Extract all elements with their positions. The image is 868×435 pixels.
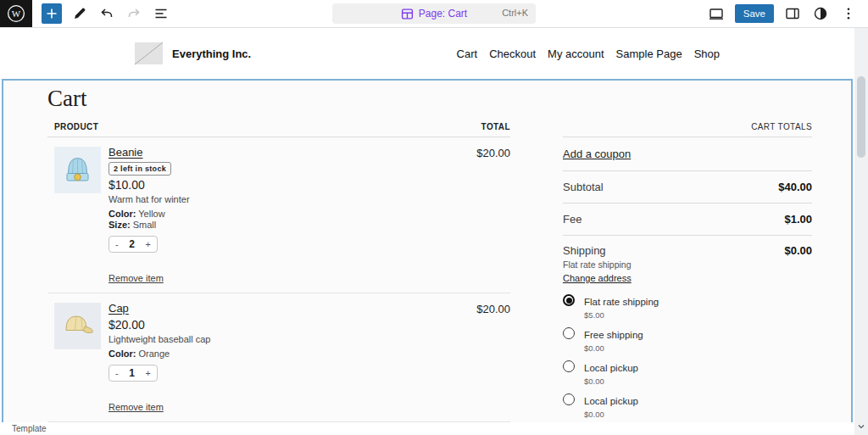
shipping-option-label: Local pickup (584, 396, 638, 406)
shipping-section: Shipping $0.00 Flat rate shipping Change… (563, 236, 812, 428)
pencil-icon (71, 5, 88, 22)
document-bar[interactable]: Page: Cart Ctrl+K (332, 3, 536, 24)
item-attributes: Color: Orange (108, 349, 476, 360)
total-column-header: Total (481, 122, 510, 131)
change-address-link[interactable]: Change address (563, 273, 632, 283)
attr-value: Small (133, 220, 157, 230)
cart-item-cap: Cap $20.00 Lightweight baseball cap Colo… (47, 293, 510, 422)
stock-badge: 2 left in stock (108, 162, 171, 176)
cap-image (54, 303, 101, 349)
preview-button[interactable] (704, 1, 729, 26)
wordpress-logo[interactable]: W (0, 0, 32, 27)
add-coupon-link[interactable]: Add a coupon (563, 148, 631, 160)
options-menu-button[interactable] (836, 1, 861, 26)
remove-item-link[interactable]: Remove item (108, 402, 164, 412)
site-title[interactable]: Everything Inc. (172, 47, 251, 60)
quantity-decrease-button[interactable]: - (115, 368, 119, 378)
attr-label: Color: (108, 209, 136, 219)
kebab-menu-icon (840, 5, 857, 22)
quantity-value[interactable]: 1 (129, 367, 135, 379)
settings-sidebar-button[interactable] (780, 1, 805, 26)
shipping-option-price: $5.00 (584, 310, 659, 320)
item-attributes: Color: Yellow Size: Small (108, 209, 476, 231)
attr-value: Orange (138, 349, 170, 359)
cart-item-beanie: Beanie 2 left in stock $10.00 Warm hat f… (47, 137, 510, 293)
nav-item-shop[interactable]: Shop (694, 47, 720, 60)
cart-table-header: Product Total (47, 122, 510, 137)
document-title: Page: Cart (419, 8, 467, 20)
quantity-decrease-button[interactable]: - (115, 239, 119, 249)
item-description: Warm hat for winter (108, 194, 476, 204)
item-price: $10.00 (108, 178, 476, 192)
quantity-stepper: - 1 + (108, 365, 158, 382)
cart-totals-panel: Cart totals Add a coupon Subtotal $40.00… (563, 122, 812, 435)
list-view-button[interactable] (148, 1, 174, 26)
block-inserter-button[interactable] (42, 3, 62, 24)
shipping-option-label: Flat rate shipping (584, 297, 659, 307)
fee-row: Fee $1.00 (563, 204, 812, 236)
shipping-option-price: $0.00 (584, 343, 643, 353)
styles-button[interactable] (808, 1, 833, 26)
save-button[interactable]: Save (735, 4, 774, 23)
list-view-icon (153, 5, 170, 22)
remove-item-link[interactable]: Remove item (108, 273, 164, 283)
beanie-product-image[interactable] (54, 147, 101, 193)
quantity-increase-button[interactable]: + (146, 368, 151, 378)
item-line-total: $20.00 (476, 303, 510, 414)
item-description: Lightweight baseball cap (108, 334, 476, 344)
device-preview-icon (708, 5, 725, 22)
breadcrumb[interactable]: Template (0, 424, 47, 433)
product-column-header: Product (54, 122, 98, 131)
subtotal-label: Subtotal (563, 181, 604, 193)
nav-item-sample-page[interactable]: Sample Page (616, 47, 682, 60)
shipping-option-flat-rate[interactable]: Flat rate shipping $5.00 (563, 293, 812, 320)
site-logo-placeholder[interactable] (135, 42, 163, 64)
attr-label: Size: (108, 220, 131, 230)
page-icon (401, 8, 414, 20)
fee-label: Fee (563, 213, 581, 226)
redo-icon (125, 5, 142, 22)
command-shortcut: Ctrl+K (502, 8, 528, 18)
nav-item-checkout[interactable]: Checkout (489, 47, 536, 60)
quantity-increase-button[interactable]: + (146, 239, 151, 249)
tools-button[interactable] (67, 1, 92, 26)
radio-button[interactable] (563, 360, 575, 372)
site-header: Everything Inc. Cart Checkout My account… (0, 28, 854, 79)
scroll-down-icon[interactable] (857, 418, 865, 433)
coupon-row: Add a coupon (563, 137, 812, 171)
nav-item-cart[interactable]: Cart (457, 47, 478, 60)
radio-button[interactable] (563, 294, 575, 306)
shipping-option-price: $0.00 (584, 410, 638, 419)
nav-item-my-account[interactable]: My account (548, 47, 604, 60)
contrast-styles-icon (812, 5, 829, 22)
editor-canvas[interactable]: Cart Product Total (2, 79, 853, 435)
shipping-option-price: $0.00 (584, 376, 638, 386)
quantity-value[interactable]: 2 (129, 238, 135, 250)
shipping-option-local-pickup-1[interactable]: Local pickup $0.00 (563, 360, 812, 386)
shipping-option-local-pickup-2[interactable]: Local pickup $0.00 (563, 393, 812, 419)
plus-icon (44, 6, 59, 21)
undo-button[interactable] (94, 1, 120, 26)
undo-icon (98, 5, 115, 22)
product-link-beanie[interactable]: Beanie (108, 146, 142, 159)
cap-product-image[interactable] (54, 303, 101, 349)
radio-button[interactable] (563, 327, 575, 339)
item-price: $20.00 (108, 318, 476, 332)
radio-button[interactable] (563, 393, 575, 405)
shipping-option-label: Local pickup (584, 363, 638, 373)
page-title: Cart (47, 86, 812, 112)
editor-content-area: Everything Inc. Cart Checkout My account… (0, 28, 854, 435)
vertical-scrollbar[interactable] (854, 28, 868, 435)
editor-status-bar: Template (0, 422, 854, 435)
shipping-option-free[interactable]: Free shipping $0.00 (563, 326, 812, 353)
scrollbar-thumb[interactable] (857, 76, 865, 158)
item-line-total: $20.00 (476, 147, 510, 285)
shipping-options: Flat rate shipping $5.00 Free shipping $… (563, 293, 812, 419)
shipping-option-label: Free shipping (584, 330, 643, 340)
product-link-cap[interactable]: Cap (108, 302, 129, 315)
subtotal-row: Subtotal $40.00 (563, 171, 812, 204)
attr-label: Color: (108, 349, 136, 359)
shipping-value: $0.00 (784, 244, 812, 257)
redo-button[interactable] (121, 1, 147, 26)
site-navigation: Cart Checkout My account Sample Page Sho… (457, 47, 720, 60)
